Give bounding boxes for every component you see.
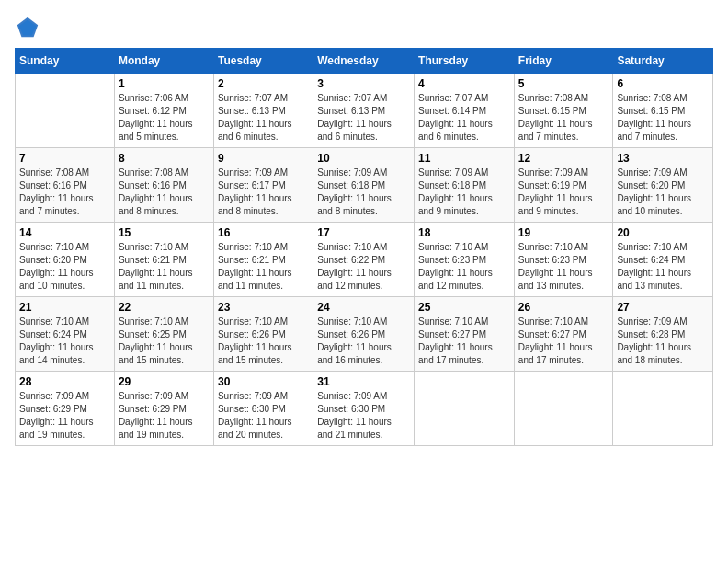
day-number: 31 (317, 375, 410, 388)
calendar-day-cell: 19Sunrise: 7:10 AM Sunset: 6:23 PM Dayli… (514, 223, 613, 297)
day-of-week-header: Saturday (613, 49, 713, 74)
day-sun-info: Sunrise: 7:07 AM Sunset: 6:14 PM Dayligh… (418, 92, 510, 144)
calendar-day-cell: 2Sunrise: 7:07 AM Sunset: 6:13 PM Daylig… (213, 74, 313, 148)
day-sun-info: Sunrise: 7:09 AM Sunset: 6:30 PM Dayligh… (317, 390, 410, 442)
day-sun-info: Sunrise: 7:09 AM Sunset: 6:18 PM Dayligh… (317, 167, 410, 218)
day-sun-info: Sunrise: 7:09 AM Sunset: 6:18 PM Dayligh… (418, 167, 510, 218)
day-number: 10 (317, 152, 410, 165)
day-sun-info: Sunrise: 7:08 AM Sunset: 6:16 PM Dayligh… (119, 167, 210, 218)
calendar-day-cell: 17Sunrise: 7:10 AM Sunset: 6:22 PM Dayli… (313, 223, 415, 297)
calendar-day-cell: 7Sunrise: 7:08 AM Sunset: 6:16 PM Daylig… (16, 148, 115, 223)
calendar-day-cell: 13Sunrise: 7:09 AM Sunset: 6:20 PM Dayli… (613, 148, 713, 223)
day-number: 2 (218, 77, 309, 90)
day-of-week-header: Wednesday (313, 49, 415, 74)
day-sun-info: Sunrise: 7:10 AM Sunset: 6:21 PM Dayligh… (218, 241, 309, 293)
day-number: 11 (418, 152, 510, 165)
calendar-day-cell: 22Sunrise: 7:10 AM Sunset: 6:25 PM Dayli… (114, 297, 213, 372)
day-number: 12 (518, 152, 609, 165)
page-header (15, 15, 713, 40)
day-sun-info: Sunrise: 7:08 AM Sunset: 6:15 PM Dayligh… (518, 92, 609, 144)
day-number: 4 (418, 77, 510, 90)
day-number: 28 (19, 375, 110, 388)
day-number: 25 (418, 301, 510, 314)
day-sun-info: Sunrise: 7:09 AM Sunset: 6:29 PM Dayligh… (19, 390, 110, 442)
day-number: 15 (119, 226, 210, 239)
day-of-week-header: Thursday (415, 49, 515, 74)
calendar-day-cell: 26Sunrise: 7:10 AM Sunset: 6:27 PM Dayli… (514, 297, 613, 372)
calendar-week-row: 21Sunrise: 7:10 AM Sunset: 6:24 PM Dayli… (16, 297, 713, 372)
calendar-day-cell: 16Sunrise: 7:10 AM Sunset: 6:21 PM Dayli… (213, 223, 313, 297)
day-number: 29 (119, 375, 210, 388)
calendar-day-cell: 12Sunrise: 7:09 AM Sunset: 6:19 PM Dayli… (514, 148, 613, 223)
calendar-day-cell: 4Sunrise: 7:07 AM Sunset: 6:14 PM Daylig… (415, 74, 515, 148)
day-number: 27 (617, 301, 709, 314)
calendar-body: 1Sunrise: 7:06 AM Sunset: 6:12 PM Daylig… (16, 74, 713, 446)
day-number: 30 (218, 375, 309, 388)
day-number: 18 (418, 226, 510, 239)
day-number: 8 (119, 152, 210, 165)
day-number: 14 (19, 226, 110, 239)
calendar-day-cell: 3Sunrise: 7:07 AM Sunset: 6:13 PM Daylig… (313, 74, 415, 148)
day-sun-info: Sunrise: 7:09 AM Sunset: 6:20 PM Dayligh… (617, 167, 709, 218)
day-number: 5 (518, 77, 609, 90)
calendar-day-cell: 24Sunrise: 7:10 AM Sunset: 6:26 PM Dayli… (313, 297, 415, 372)
calendar-day-cell: 20Sunrise: 7:10 AM Sunset: 6:24 PM Dayli… (613, 223, 713, 297)
day-number: 20 (617, 226, 709, 239)
day-number: 6 (617, 77, 709, 90)
calendar-day-cell (415, 372, 515, 446)
calendar-week-row: 14Sunrise: 7:10 AM Sunset: 6:20 PM Dayli… (16, 223, 713, 297)
day-number: 3 (317, 77, 410, 90)
day-number: 26 (518, 301, 609, 314)
calendar-day-cell: 18Sunrise: 7:10 AM Sunset: 6:23 PM Dayli… (415, 223, 515, 297)
day-sun-info: Sunrise: 7:09 AM Sunset: 6:17 PM Dayligh… (218, 167, 309, 218)
day-sun-info: Sunrise: 7:10 AM Sunset: 6:26 PM Dayligh… (317, 316, 410, 367)
day-sun-info: Sunrise: 7:10 AM Sunset: 6:22 PM Dayligh… (317, 241, 410, 293)
day-sun-info: Sunrise: 7:10 AM Sunset: 6:23 PM Dayligh… (418, 241, 510, 293)
calendar-day-cell: 9Sunrise: 7:09 AM Sunset: 6:17 PM Daylig… (213, 148, 313, 223)
calendar-day-cell: 28Sunrise: 7:09 AM Sunset: 6:29 PM Dayli… (16, 372, 115, 446)
calendar-day-cell: 8Sunrise: 7:08 AM Sunset: 6:16 PM Daylig… (114, 148, 213, 223)
calendar-day-cell (613, 372, 713, 446)
calendar-week-row: 28Sunrise: 7:09 AM Sunset: 6:29 PM Dayli… (16, 372, 713, 446)
day-number: 19 (518, 226, 609, 239)
day-sun-info: Sunrise: 7:06 AM Sunset: 6:12 PM Dayligh… (119, 92, 210, 144)
day-sun-info: Sunrise: 7:10 AM Sunset: 6:23 PM Dayligh… (518, 241, 609, 293)
logo-icon (15, 15, 40, 40)
calendar-day-cell: 11Sunrise: 7:09 AM Sunset: 6:18 PM Dayli… (415, 148, 515, 223)
day-of-week-header: Monday (114, 49, 213, 74)
day-sun-info: Sunrise: 7:10 AM Sunset: 6:25 PM Dayligh… (119, 316, 210, 367)
calendar-day-cell: 23Sunrise: 7:10 AM Sunset: 6:26 PM Dayli… (213, 297, 313, 372)
day-sun-info: Sunrise: 7:09 AM Sunset: 6:29 PM Dayligh… (119, 390, 210, 442)
day-sun-info: Sunrise: 7:10 AM Sunset: 6:24 PM Dayligh… (19, 316, 110, 367)
day-sun-info: Sunrise: 7:10 AM Sunset: 6:20 PM Dayligh… (19, 241, 110, 293)
calendar-day-cell: 6Sunrise: 7:08 AM Sunset: 6:15 PM Daylig… (613, 74, 713, 148)
day-sun-info: Sunrise: 7:10 AM Sunset: 6:21 PM Dayligh… (119, 241, 210, 293)
day-sun-info: Sunrise: 7:07 AM Sunset: 6:13 PM Dayligh… (317, 92, 410, 144)
calendar-day-cell (514, 372, 613, 446)
calendar-day-cell: 21Sunrise: 7:10 AM Sunset: 6:24 PM Dayli… (16, 297, 115, 372)
day-number: 1 (119, 77, 210, 90)
day-sun-info: Sunrise: 7:10 AM Sunset: 6:27 PM Dayligh… (418, 316, 510, 367)
calendar-day-cell (16, 74, 115, 148)
calendar-day-cell: 1Sunrise: 7:06 AM Sunset: 6:12 PM Daylig… (114, 74, 213, 148)
day-sun-info: Sunrise: 7:08 AM Sunset: 6:16 PM Dayligh… (19, 167, 110, 218)
calendar-table: SundayMondayTuesdayWednesdayThursdayFrid… (15, 48, 713, 446)
day-sun-info: Sunrise: 7:09 AM Sunset: 6:30 PM Dayligh… (218, 390, 309, 442)
day-number: 7 (19, 152, 110, 165)
day-sun-info: Sunrise: 7:09 AM Sunset: 6:19 PM Dayligh… (518, 167, 609, 218)
day-number: 17 (317, 226, 410, 239)
calendar-day-cell: 27Sunrise: 7:09 AM Sunset: 6:28 PM Dayli… (613, 297, 713, 372)
day-sun-info: Sunrise: 7:10 AM Sunset: 6:24 PM Dayligh… (617, 241, 709, 293)
day-of-week-header: Sunday (16, 49, 115, 74)
day-number: 24 (317, 301, 410, 314)
day-of-week-header: Friday (514, 49, 613, 74)
calendar-day-cell: 30Sunrise: 7:09 AM Sunset: 6:30 PM Dayli… (213, 372, 313, 446)
calendar-day-cell: 29Sunrise: 7:09 AM Sunset: 6:29 PM Dayli… (114, 372, 213, 446)
calendar-day-cell: 5Sunrise: 7:08 AM Sunset: 6:15 PM Daylig… (514, 74, 613, 148)
logo (15, 15, 44, 40)
calendar-day-cell: 31Sunrise: 7:09 AM Sunset: 6:30 PM Dayli… (313, 372, 415, 446)
day-of-week-header: Tuesday (213, 49, 313, 74)
day-number: 13 (617, 152, 709, 165)
day-sun-info: Sunrise: 7:10 AM Sunset: 6:27 PM Dayligh… (518, 316, 609, 367)
calendar-week-row: 7Sunrise: 7:08 AM Sunset: 6:16 PM Daylig… (16, 148, 713, 223)
